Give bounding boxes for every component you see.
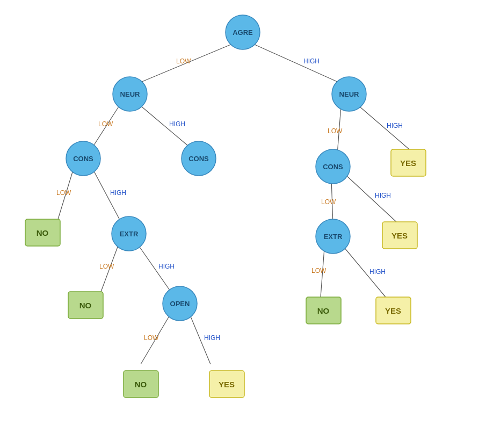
edge-label-extr-rl-yes-rh-high: HIGH [369, 268, 386, 276]
leaf-yes-extr-rh-label: YES [385, 306, 401, 315]
edge-label-neur-left-cons-lh-high: HIGH [169, 120, 185, 128]
edge-label-agre-neur-right-high: HIGH [303, 57, 320, 65]
leaf-no-extr-rl-label: NO [317, 306, 330, 315]
edge-label-extr-ll-open-high: HIGH [158, 263, 175, 270]
edge-label-cons-ll-extr-ll-high: HIGH [110, 189, 126, 197]
edge-label-open-yes-h-high: HIGH [204, 334, 220, 342]
node-cons-ll-label: CONS [73, 155, 93, 163]
node-cons-lh-label: CONS [188, 155, 209, 163]
leaf-yes-cons-rh-label: YES [391, 231, 408, 240]
leaf-yes-rh-label: YES [400, 158, 416, 168]
edge-label-extr-rl-no-l-low: LOW [311, 267, 327, 274]
node-extr-ll-label: EXTR [120, 230, 139, 238]
leaf-yes-open-h-label: YES [219, 380, 235, 389]
svg-line-1 [253, 44, 338, 82]
edge-label-neur-right-cons-rl-low: LOW [328, 127, 343, 135]
node-cons-rl-label: CONS [323, 163, 343, 171]
node-agre-label: AGRE [233, 28, 253, 37]
node-extr-rl-label: EXTR [324, 233, 343, 241]
edge-label-agre-neur-left-low: LOW [176, 57, 191, 65]
edge-label-extr-ll-no-l-low: LOW [99, 263, 114, 270]
node-neur-right-label: NEUR [339, 90, 359, 98]
edge-label-open-no-l-low: LOW [144, 334, 159, 342]
edge-label-cons-rl-yes-rh-high: HIGH [375, 192, 391, 199]
decision-tree: LOW HIGH LOW HIGH LOW HIGH LOW HIGH LOW … [0, 0, 486, 448]
edge-label-neur-right-yes-rh-high: HIGH [387, 122, 403, 129]
edge-label-cons-rl-extr-rl-low: LOW [321, 198, 336, 206]
node-open-label: OPEN [170, 300, 190, 308]
leaf-no-extr-l-label: NO [79, 301, 92, 310]
leaf-no-open-l-label: NO [135, 380, 147, 389]
leaf-no-ll-label: NO [37, 228, 49, 237]
node-neur-left-label: NEUR [120, 90, 140, 98]
edge-label-neur-left-cons-ll-low: LOW [98, 120, 113, 128]
edge-label-cons-ll-no-ll-low: LOW [56, 189, 71, 197]
